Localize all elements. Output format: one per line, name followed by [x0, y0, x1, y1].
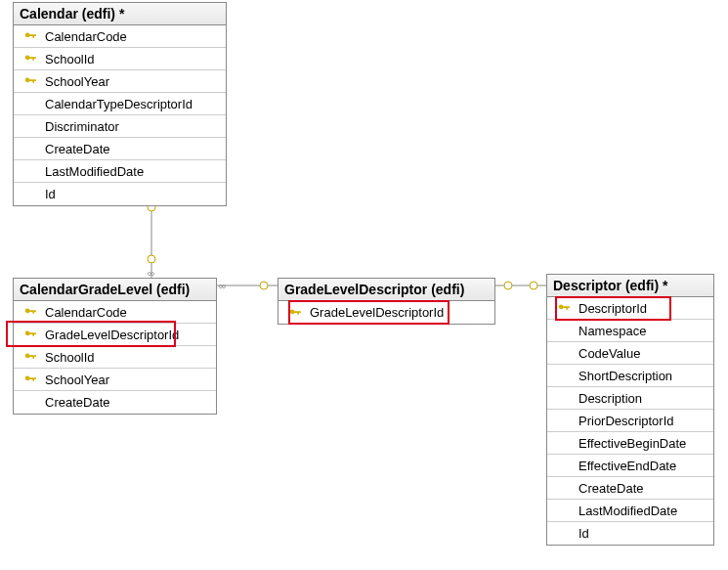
table-header: CalendarGradeLevel (edfi): [14, 279, 216, 301]
key-icon: [20, 328, 41, 341]
table-row[interactable]: CreateDate: [547, 477, 713, 500]
column-name: SchoolId: [41, 350, 210, 365]
key-icon: [284, 306, 306, 320]
table-row[interactable]: CreateDate: [14, 138, 226, 160]
table-row[interactable]: CalendarTypeDescriptorId: [14, 93, 226, 115]
table-row[interactable]: DescriptorId: [547, 297, 713, 320]
svg-point-9: [530, 282, 537, 289]
column-name: EffectiveBeginDate: [575, 436, 707, 451]
table-descriptor[interactable]: Descriptor (edfi) * DescriptorId Namespa…: [546, 274, 714, 546]
column-name: DescriptorId: [575, 301, 707, 316]
table-row[interactable]: SchoolId: [14, 48, 226, 70]
table-row[interactable]: Description: [547, 387, 713, 410]
table-row[interactable]: CalendarCode: [14, 301, 216, 324]
table-row[interactable]: CreateDate: [14, 391, 216, 414]
key-icon: [20, 74, 41, 88]
key-icon: [20, 350, 41, 364]
table-row[interactable]: PriorDescriptorId: [547, 410, 713, 432]
key-icon: [20, 305, 41, 319]
table-row[interactable]: EffectiveEndDate: [547, 455, 713, 477]
svg-text:∞: ∞: [219, 281, 226, 291]
table-row[interactable]: EffectiveBeginDate: [547, 432, 713, 455]
table-row[interactable]: CodeValue: [547, 342, 713, 365]
table-header: GradeLevelDescriptor (edfi): [278, 279, 494, 301]
column-name: EffectiveEndDate: [575, 459, 707, 473]
column-name: CalendarCode: [41, 305, 210, 320]
column-name: PriorDescriptorId: [575, 414, 707, 428]
table-calendar-grade-level[interactable]: CalendarGradeLevel (edfi) CalendarCode G…: [13, 278, 217, 415]
table-row[interactable]: Discriminator: [14, 115, 226, 138]
table-row[interactable]: GradeLevelDescriptorId: [278, 301, 494, 324]
column-name: SchoolYear: [41, 373, 210, 387]
column-name: GradeLevelDescriptorId: [41, 328, 210, 342]
column-name: Discriminator: [41, 119, 220, 134]
column-name: CreateDate: [575, 481, 707, 496]
column-name: Description: [575, 391, 707, 406]
column-name: CalendarCode: [41, 29, 220, 44]
table-row[interactable]: CalendarCode: [14, 25, 226, 48]
key-icon: [20, 52, 41, 66]
column-name: LastModifiedDate: [41, 164, 220, 179]
key-icon: [20, 29, 41, 43]
column-name: CreateDate: [41, 142, 220, 156]
table-header: Calendar (edfi) *: [14, 3, 226, 25]
table-row[interactable]: Id: [14, 183, 226, 205]
column-name: GradeLevelDescriptorId: [306, 305, 489, 320]
table-row[interactable]: LastModifiedDate: [547, 500, 713, 522]
table-row[interactable]: Namespace: [547, 320, 713, 342]
table-calendar[interactable]: Calendar (edfi) * CalendarCode SchoolId …: [13, 2, 227, 206]
column-name: CodeValue: [575, 346, 707, 361]
column-name: CalendarTypeDescriptorId: [41, 97, 220, 111]
column-name: Id: [41, 187, 220, 201]
table-header: Descriptor (edfi) *: [547, 275, 713, 297]
table-row[interactable]: ShortDescription: [547, 365, 713, 387]
table-row[interactable]: LastModifiedDate: [14, 160, 226, 183]
table-row[interactable]: SchoolYear: [14, 369, 216, 391]
svg-point-6: [260, 282, 268, 289]
column-name: SchoolYear: [41, 74, 220, 89]
column-name: SchoolId: [41, 52, 220, 66]
column-name: ShortDescription: [575, 369, 707, 383]
table-row[interactable]: GradeLevelDescriptorId: [14, 324, 216, 346]
svg-point-8: [504, 282, 512, 289]
column-name: CreateDate: [41, 395, 210, 410]
key-icon: [20, 373, 41, 386]
column-name: Namespace: [575, 324, 707, 338]
table-row[interactable]: SchoolId: [14, 346, 216, 369]
key-icon: [553, 301, 575, 315]
table-row[interactable]: Id: [547, 522, 713, 545]
column-name: Id: [575, 526, 707, 541]
table-row[interactable]: SchoolYear: [14, 70, 226, 93]
column-name: LastModifiedDate: [575, 504, 707, 518]
svg-point-2: [148, 255, 155, 263]
table-grade-level-descriptor[interactable]: GradeLevelDescriptor (edfi) GradeLevelDe…: [278, 278, 495, 325]
